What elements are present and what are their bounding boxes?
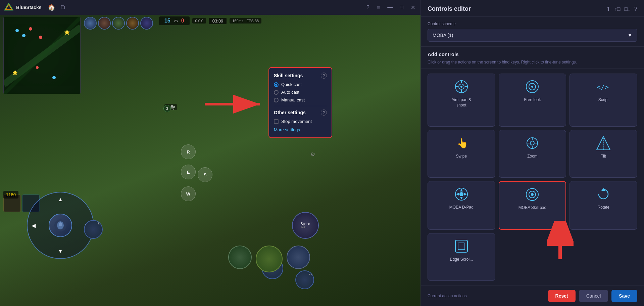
dpad-up[interactable]: ▲ <box>58 196 63 203</box>
radio-manual-cast[interactable] <box>274 98 279 102</box>
multi-instance-icon[interactable]: ⧉ <box>61 4 65 11</box>
other-settings-help-icon[interactable]: ? <box>321 110 327 116</box>
radio-auto-cast[interactable] <box>274 90 279 95</box>
svg-point-15 <box>59 222 62 226</box>
svg-rect-50 <box>458 243 465 250</box>
aim-pan-shoot-icon <box>453 79 469 95</box>
help-button[interactable]: ? <box>365 3 371 12</box>
team-icon-4 <box>126 17 139 30</box>
current-actions-label: Current action actions <box>428 294 467 298</box>
panel-footer: Current action actions Reset Cancel Save <box>421 286 644 306</box>
other-settings-title: Other settings ? <box>274 110 327 116</box>
red-arrow-to-popup <box>201 91 268 118</box>
stop-movement-option[interactable]: Stop movement <box>274 119 327 124</box>
more-settings-link[interactable]: More settings <box>274 127 300 132</box>
skill-btn-a[interactable]: A <box>295 270 314 289</box>
import-icon[interactable]: □↓ <box>624 6 630 12</box>
control-moba-dpad[interactable]: MOBA D-Pad <box>428 181 495 229</box>
coin-display: 1180 <box>3 191 18 199</box>
control-zoom[interactable]: Zoom <box>499 130 566 178</box>
skill-settings-help-icon[interactable]: ? <box>321 73 327 79</box>
team-icons <box>84 17 153 30</box>
free-look-icon <box>524 79 540 95</box>
stats-box: 0·0·0 <box>192 18 206 24</box>
chevron-down-icon: ▼ <box>628 33 632 38</box>
moba-skill-pad-icon <box>524 186 540 203</box>
minimap: ⭐ ⭐ <box>3 17 81 94</box>
svg-text:⭐: ⭐ <box>64 30 70 35</box>
control-script[interactable]: </> Script <box>569 74 637 127</box>
control-rotate[interactable]: Rotate <box>569 181 637 229</box>
skill-settings-popup: Skill settings ? Quick cast Auto cast Ma… <box>268 67 332 138</box>
option-quick-cast[interactable]: Quick cast <box>274 82 327 87</box>
free-look-label: Free look <box>524 97 541 103</box>
skill-btn-s[interactable]: S <box>198 167 212 182</box>
spacebar-skill[interactable]: Space bsLo... <box>292 212 319 239</box>
swipe-label: Swipe <box>456 154 467 159</box>
control-aim-pan-shoot[interactable]: Aim, pan &shoot <box>428 74 495 127</box>
tilt-label: Tilt <box>601 154 606 159</box>
skill-large-1[interactable] <box>228 246 252 269</box>
footer-buttons: Reset Cancel Save <box>548 290 637 302</box>
hamburger-menu[interactable]: ≡ <box>376 3 381 12</box>
export-icon[interactable]: ↑□ <box>614 6 621 12</box>
team-icon-5 <box>140 17 153 30</box>
dpad-center[interactable] <box>49 214 72 237</box>
radio-dot-quick-cast <box>275 84 277 86</box>
svg-point-24 <box>460 86 462 88</box>
svg-text:</>: </> <box>597 83 609 91</box>
svg-point-6 <box>22 34 26 37</box>
radio-quick-cast[interactable] <box>274 82 279 87</box>
aim-pan-shoot-label: Aim, pan &shoot <box>451 97 471 108</box>
cancel-button[interactable]: Cancel <box>579 290 608 302</box>
score-display: 15 vs 0 <box>159 16 190 25</box>
script-icon: </> <box>595 79 611 95</box>
control-edge-scroll[interactable]: Edge Scrol... <box>428 233 495 281</box>
skill-settings-title: Skill settings ? <box>274 73 327 79</box>
section-divider <box>274 106 327 106</box>
controls-grid: Aim, pan &shoot Free look </> Script <box>421 69 644 286</box>
svg-marker-42 <box>456 193 459 195</box>
upload-icon[interactable]: ⬆ <box>606 6 610 12</box>
svg-point-39 <box>459 192 463 196</box>
dpad-outer[interactable]: ▲ ▼ ◀ ▶ <box>27 192 94 259</box>
dpad-container[interactable]: ▲ ▼ ◀ ▶ <box>27 192 94 259</box>
control-free-look[interactable]: Free look <box>499 74 566 127</box>
control-swipe[interactable]: 👆 Swipe <box>428 130 495 178</box>
skill-btn-b[interactable]: B <box>84 220 103 239</box>
skill-large-2[interactable] <box>256 246 283 272</box>
help-panel-icon[interactable]: ? <box>634 6 637 12</box>
save-button[interactable]: Save <box>611 290 637 302</box>
stop-movement-checkbox[interactable] <box>274 119 279 124</box>
gear-icon[interactable]: ⚙ <box>310 151 315 158</box>
panel-header-icons: ⬆ ↑□ □↓ ? <box>606 6 637 12</box>
skill-btn-w[interactable]: W <box>181 186 196 201</box>
svg-point-31 <box>530 141 534 145</box>
app-title: BlueStacks <box>16 5 41 10</box>
control-tilt[interactable]: Tilt <box>569 130 637 178</box>
minimap-svg: ⭐ ⭐ <box>4 17 81 94</box>
maximize-button[interactable]: □ <box>399 3 405 12</box>
minimize-button[interactable]: — <box>386 3 394 12</box>
svg-point-5 <box>15 29 19 32</box>
skill-btn-r[interactable]: R <box>181 144 196 159</box>
swipe-icon: 👆 <box>453 135 469 151</box>
skill-large-3[interactable] <box>287 246 310 269</box>
reset-button[interactable]: Reset <box>548 290 576 302</box>
option-manual-cast[interactable]: Manual cast <box>274 97 327 102</box>
topbar-nav-icons: 🏠 ⧉ <box>48 4 65 11</box>
red-arrow-up-to-moba <box>547 221 574 262</box>
top-bar: BlueStacks 🏠 ⧉ ? ≡ — □ ✕ <box>0 0 420 15</box>
dpad-down[interactable]: ▼ <box>58 248 63 254</box>
option-auto-cast[interactable]: Auto cast <box>274 90 327 95</box>
close-button[interactable]: ✕ <box>409 3 416 12</box>
team-icon-2 <box>98 17 111 30</box>
skill-btn-e[interactable]: E <box>181 165 196 179</box>
rotate-icon <box>595 186 611 202</box>
home-icon[interactable]: 🏠 <box>48 4 55 11</box>
dpad-left[interactable]: ◀ <box>32 222 36 229</box>
control-scheme-section: Control scheme MOBA (1) ▼ <box>421 17 644 47</box>
svg-marker-43 <box>464 193 467 195</box>
joystick-icon <box>54 219 67 232</box>
scheme-dropdown[interactable]: MOBA (1) ▼ <box>428 29 637 42</box>
